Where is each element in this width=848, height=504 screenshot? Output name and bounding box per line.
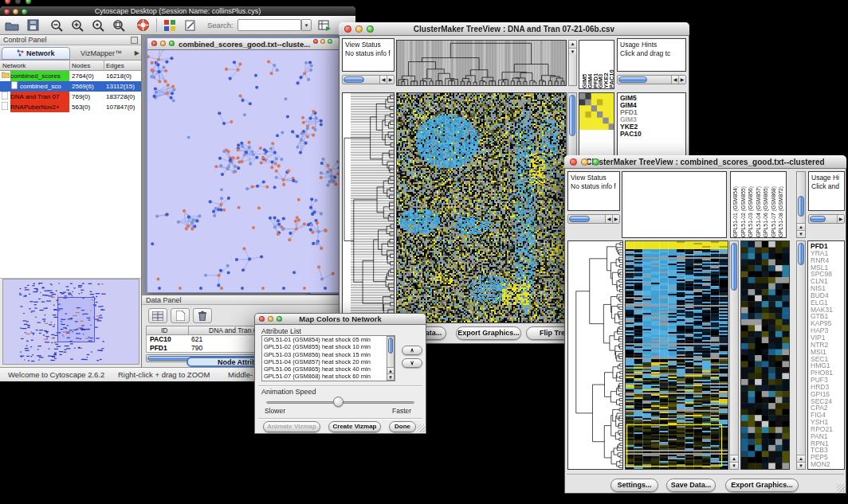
heatmap-panel[interactable] [396, 92, 567, 323]
usage-hints-hscrollbar[interactable]: ▶ [808, 214, 845, 224]
column-label[interactable]: PAC10 [608, 69, 614, 88]
attribute-list-item[interactable]: GPL51-03 (GSM856) heat shock 15 min [262, 351, 395, 358]
view-status-hscrollbar[interactable]: ◀ ▶ [567, 214, 620, 224]
zoom-icon[interactable] [22, 9, 27, 14]
delete-attribute-trash-icon[interactable] [193, 308, 212, 323]
settings-button[interactable]: Settings... [610, 479, 658, 492]
scroll-down-icon[interactable]: ▼ [387, 373, 394, 380]
view-status-hscrollbar[interactable]: ◀ ▶ [342, 75, 395, 84]
zoom-heatmap-canvas[interactable] [741, 241, 789, 469]
close-icon[interactable] [313, 39, 318, 44]
network-view-canvas[interactable] [147, 50, 341, 292]
scroll-right-icon[interactable]: ▶ [387, 76, 394, 84]
scroll-left-icon[interactable]: ◀ [379, 76, 387, 84]
close-icon[interactable] [4, 9, 10, 14]
network-view-titlebar[interactable]: combined_scores_good.txt--cluste... [147, 38, 341, 50]
column-dendro-vscrollbar[interactable]: ▲ ▼ [568, 40, 577, 86]
column-label[interactable]: GPL51-07 (GSM868) [771, 186, 779, 237]
zoom-in-icon[interactable] [69, 18, 86, 33]
attribute-list[interactable]: GPL51-01 (GSM854) heat shock 05 minGPL51… [261, 335, 395, 381]
search-input[interactable] [238, 19, 301, 31]
animation-speed-slider-thumb[interactable] [333, 397, 344, 407]
zoom-icon[interactable] [277, 316, 282, 322]
column-dendrogram-canvas[interactable] [397, 41, 566, 85]
column-label[interactable]: GPL51-04 (GSM857) [756, 186, 764, 237]
minimize-icon[interactable] [268, 316, 273, 322]
attribute-select-icon[interactable] [148, 308, 167, 323]
gene-list-vscrollbar[interactable]: ▲ ▼ [796, 240, 806, 470]
minimize-icon[interactable] [13, 9, 18, 14]
zoom-heatmap-panel[interactable] [740, 240, 790, 470]
resize-grip[interactable] [837, 484, 845, 492]
save-icon[interactable] [24, 18, 41, 33]
scrollbar-thumb[interactable] [798, 196, 804, 217]
zoom-icon[interactable] [169, 41, 175, 46]
scroll-left-icon[interactable]: ◀ [671, 76, 678, 84]
scroll-right-icon[interactable]: ▶ [837, 215, 844, 223]
zoom-selected-icon[interactable] [89, 18, 107, 33]
help-lifering-icon[interactable] [134, 18, 151, 33]
scrollbar-thumb[interactable] [810, 216, 826, 222]
network-row-dna-tran[interactable]: DNA and Tran 07 769(0) 183728(0) [0, 92, 141, 102]
import-table-icon[interactable] [316, 18, 333, 33]
row-dendrogram-canvas[interactable] [568, 241, 622, 469]
scrollbar-thumb[interactable] [569, 216, 590, 222]
attribute-list-item[interactable]: GPL51-01 (GSM854) heat shock 05 min [262, 336, 395, 343]
attribute-list-item[interactable]: GPL51-02 (GSM855) heat shock 10 min [262, 343, 395, 350]
attribute-list-item[interactable]: GPL51-07 (GSM868) heat shock 60 min [262, 373, 395, 380]
tab-vizmapper[interactable]: VizMapper™ [72, 47, 131, 60]
attribute-list-item[interactable]: GPL51-04 (GSM857) heat shock 20 min [262, 358, 395, 365]
zoom-icon[interactable] [328, 39, 332, 44]
data-row-value[interactable]: 621 [191, 335, 202, 344]
tab-network[interactable]: Network [2, 47, 70, 60]
zoom-fit-icon[interactable] [110, 18, 128, 33]
row-dendrogram-panel[interactable] [567, 240, 623, 470]
data-row-id[interactable]: PAC10 [150, 335, 171, 344]
column-label[interactable]: GPL51-02 (GSM855) [740, 186, 748, 237]
gene-label[interactable]: PAC10 [620, 131, 685, 138]
minimize-icon[interactable] [15, 0, 21, 4]
column-dendrogram-panel[interactable] [622, 171, 727, 238]
scroll-left-icon[interactable]: ◀ [605, 215, 612, 223]
heatmap-canvas[interactable] [626, 241, 728, 469]
attribute-list-vscrollbar[interactable]: ▲ ▼ [387, 336, 395, 381]
zoom-out-icon[interactable] [48, 18, 65, 33]
network-row-rnapuber[interactable]: RNAPuberNov2+ 563(0) 107847(0) [0, 102, 141, 112]
close-icon[interactable] [259, 316, 265, 322]
close-icon[interactable] [151, 41, 157, 46]
scrollbar-thumb[interactable] [798, 243, 804, 265]
column-label[interactable]: GPL51-01 (GSM854) [732, 186, 740, 237]
scrollbar-thumb[interactable] [388, 338, 393, 354]
move-up-button[interactable]: ∧ [402, 346, 422, 355]
zoom-icon[interactable] [26, 0, 31, 4]
scroll-up-icon[interactable]: ▲ [387, 367, 394, 373]
scroll-up-icon[interactable]: ▲ [569, 41, 576, 48]
animate-vizmap-button[interactable]: Animate Vizmap [263, 421, 320, 432]
scroll-right-icon[interactable]: ▶ [612, 215, 619, 223]
heatmap-panel[interactable] [625, 240, 728, 470]
resize-grip[interactable] [417, 424, 425, 432]
row-dendrogram-panel[interactable] [342, 92, 395, 323]
minimize-icon[interactable] [160, 41, 166, 46]
minimize-icon[interactable] [355, 25, 363, 33]
data-row-value[interactable]: 790 [191, 344, 202, 353]
submatrix-canvas[interactable] [579, 93, 614, 130]
heatmap-canvas[interactable] [397, 93, 566, 322]
new-attribute-icon[interactable] [171, 308, 190, 323]
scroll-up-icon[interactable]: ▲ [797, 455, 805, 462]
column-label[interactable]: GIM4 [587, 74, 592, 88]
scrollbar-thumb[interactable] [569, 95, 575, 136]
data-row-id[interactable]: PFD1 [150, 344, 167, 353]
usage-hints-hscrollbar[interactable]: ◀ ▶ [617, 75, 686, 84]
move-down-button[interactable]: ∨ [402, 358, 422, 368]
minimize-icon[interactable] [581, 158, 588, 166]
zoom-icon[interactable] [367, 25, 374, 33]
network-overview-canvas[interactable] [3, 279, 139, 364]
column-label[interactable]: GPL51-03 (GSM856) [748, 186, 756, 237]
col-network[interactable]: Network [2, 61, 26, 71]
attribute-list-item[interactable]: GPL51-06 (GSM865) heat shock 40 min [262, 365, 395, 373]
column-dendrogram-panel[interactable] [396, 40, 567, 86]
scrollbar-thumb[interactable] [731, 243, 737, 291]
close-icon[interactable] [5, 0, 10, 4]
vizmapper-icon[interactable] [161, 18, 179, 33]
